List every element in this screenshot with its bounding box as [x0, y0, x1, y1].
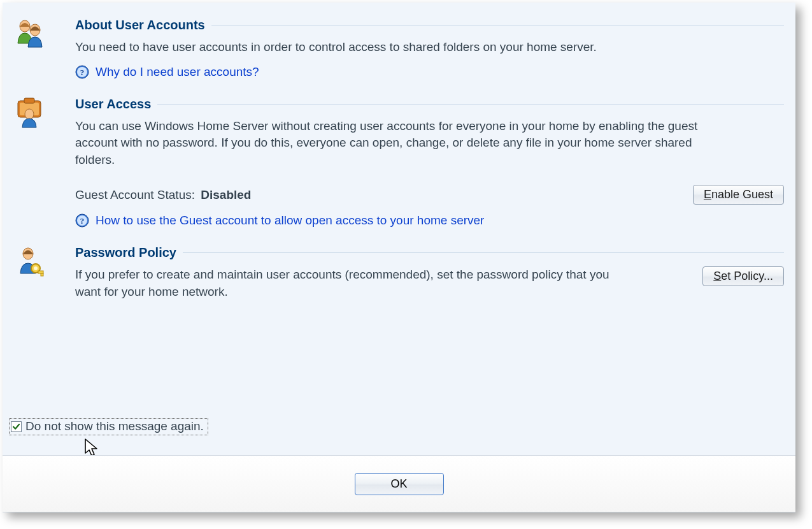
- enable-guest-button[interactable]: Enable Guest: [693, 185, 784, 205]
- svg-point-8: [25, 109, 34, 119]
- about-heading: About User Accounts: [75, 18, 205, 33]
- divider: [157, 104, 784, 105]
- dont-show-again-row: Do not show this message again.: [9, 418, 208, 435]
- svg-text:?: ?: [80, 68, 85, 77]
- svg-rect-16: [41, 273, 43, 276]
- dialog-content: About User Accounts You need to have use…: [3, 3, 795, 301]
- svg-rect-7: [24, 98, 34, 103]
- section-about-user-accounts: About User Accounts You need to have use…: [14, 18, 784, 79]
- user-access-icon: [14, 97, 75, 130]
- dont-show-again-checkbox[interactable]: [11, 421, 22, 432]
- password-policy-icon: [14, 245, 75, 279]
- help-icon: ?: [75, 214, 89, 228]
- about-help-link[interactable]: Why do I need user accounts?: [96, 65, 259, 79]
- ok-button[interactable]: OK: [355, 473, 444, 495]
- about-description: You need to have user accounts in order …: [75, 39, 712, 56]
- section-password-policy: Password Policy If you prefer to create …: [14, 245, 784, 300]
- password-policy-heading: Password Policy: [75, 245, 176, 260]
- svg-point-14: [34, 266, 38, 270]
- user-access-heading: User Access: [75, 97, 151, 112]
- users-icon: [14, 18, 75, 51]
- help-icon: ?: [75, 65, 89, 79]
- user-accounts-dialog: About User Accounts You need to have use…: [3, 3, 795, 512]
- divider: [183, 252, 784, 253]
- guest-status-label: Guest Account Status:: [75, 188, 195, 201]
- set-policy-button[interactable]: Set Policy...: [702, 266, 784, 286]
- guest-help-link[interactable]: How to use the Guest account to allow op…: [96, 214, 484, 228]
- guest-status-value: Disabled: [201, 188, 251, 201]
- dont-show-again-label: Do not show this message again.: [25, 419, 204, 433]
- dialog-footer: OK: [3, 455, 795, 512]
- password-policy-description: If you prefer to create and maintain use…: [75, 266, 636, 300]
- user-access-description: You can use Windows Home Server without …: [75, 118, 712, 169]
- guest-status-label-group: Guest Account Status: Disabled: [75, 188, 251, 202]
- section-user-access: User Access You can use Windows Home Ser…: [14, 97, 784, 228]
- svg-rect-15: [38, 271, 43, 273]
- divider: [211, 25, 784, 25]
- svg-text:?: ?: [80, 216, 85, 226]
